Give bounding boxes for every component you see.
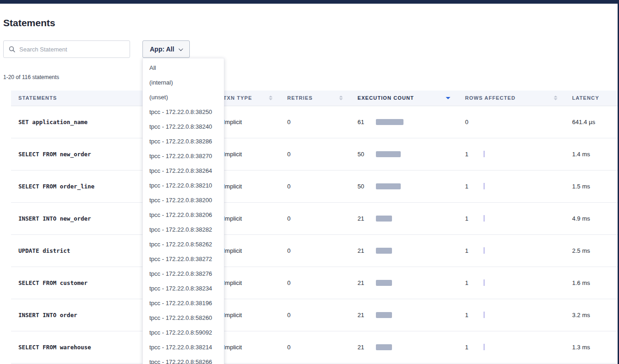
app-filter-button[interactable]: App: All: [142, 40, 190, 58]
sort-icon[interactable]: [339, 96, 343, 100]
sort-icon[interactable]: [554, 96, 557, 100]
execution-count-value: 21: [358, 312, 376, 318]
rows-affected-cell: 1: [458, 267, 565, 299]
top-navigation-bar: [0, 0, 619, 4]
execution-count-cell: 21: [350, 267, 458, 299]
statement-link[interactable]: SELECT FROM order_line: [18, 183, 95, 190]
rows-affected-bar: [483, 215, 485, 222]
txn-type-cell: Implicit: [216, 106, 280, 138]
retries-cell: 0: [280, 170, 350, 202]
app-filter-option[interactable]: tpcc - 172.22.0.8:38200: [143, 193, 224, 208]
app-filter-option[interactable]: tpcc - 172.22.0.8:38206: [143, 208, 224, 222]
app-filter-dropdown: All(internal)(unset)tpcc - 172.22.0.8:38…: [142, 58, 224, 364]
sort-desc-icon[interactable]: [446, 97, 450, 99]
rows-affected-value: 1: [465, 247, 483, 254]
txn-type-cell: Implicit: [216, 267, 280, 299]
execution-count-bar: [376, 119, 403, 125]
column-header-latency[interactable]: LATENCY: [565, 91, 619, 106]
search-statement-input[interactable]: [19, 46, 125, 53]
execution-count-cell: 21: [350, 202, 458, 234]
latency-cell: 641.4 µs: [565, 106, 619, 138]
table-row: INSERT INTO new_order Implicit 0 21 1 4.…: [11, 202, 619, 234]
txn-type-cell: Implicit: [216, 202, 280, 234]
app-filter-option[interactable]: tpcc - 172.22.0.8:38210: [143, 178, 224, 193]
column-header-execution-count[interactable]: EXECUTION COUNT: [350, 91, 458, 106]
results-summary: 1-20 of 116 statements: [3, 74, 59, 80]
statement-link[interactable]: SET application_name: [18, 119, 88, 125]
retries-cell: 0: [280, 138, 350, 170]
statement-link[interactable]: SELECT FROM new_order: [18, 151, 91, 158]
execution-count-bar: [376, 344, 392, 350]
execution-count-cell: 21: [350, 234, 458, 267]
column-label: RETRIES: [287, 95, 312, 101]
latency-cell: 1.3 ms: [565, 331, 619, 363]
app-filter-option[interactable]: All: [143, 61, 224, 75]
table-row: SELECT FROM warehouse Implicit 0 21 1 1.…: [11, 331, 619, 363]
rows-affected-value: 1: [465, 279, 483, 286]
execution-count-cell: 21: [350, 331, 458, 363]
search-icon: [9, 46, 15, 52]
table-row: SELECT FROM order_line Implicit 0 50 1 1…: [11, 170, 619, 202]
column-header-txn-type[interactable]: TXN TYPE: [216, 91, 280, 106]
statements-table-head-row: STATEMENTSTXN TYPERETRIESEXECUTION COUNT…: [11, 91, 619, 106]
column-label: STATEMENTS: [18, 95, 57, 101]
execution-count-value: 21: [358, 247, 376, 254]
search-statement-box[interactable]: [3, 40, 130, 58]
rows-affected-value: 1: [465, 344, 483, 351]
execution-count-cell: 50: [350, 138, 458, 170]
column-label: ROWS AFFECTED: [465, 95, 516, 101]
app-filter-option[interactable]: tpcc - 172.22.0.8:38276: [143, 267, 224, 281]
app-filter-option[interactable]: tpcc - 172.22.0.8:58260: [143, 311, 224, 325]
statement-link[interactable]: UPDATE district: [18, 247, 70, 254]
app-filter-option[interactable]: tpcc - 172.22.0.8:38272: [143, 252, 224, 267]
txn-type-cell: Implicit: [216, 234, 280, 267]
latency-cell: 1.5 ms: [565, 170, 619, 202]
rows-affected-value: 1: [465, 151, 483, 158]
app-filter-option[interactable]: tpcc - 172.22.0.8:38282: [143, 222, 224, 237]
column-label: LATENCY: [572, 95, 599, 101]
txn-type-cell: Implicit: [216, 331, 280, 363]
app-filter-option[interactable]: tpcc - 172.22.0.8:38214: [143, 340, 224, 355]
chevron-down-icon: [179, 46, 183, 51]
app-filter-option[interactable]: tpcc - 172.22.0.8:38196: [143, 296, 224, 311]
app-filter-option[interactable]: tpcc - 172.22.0.8:38264: [143, 164, 224, 178]
execution-count-bar: [376, 312, 392, 318]
app-filter-option[interactable]: (unset): [143, 90, 224, 105]
app-filter-option[interactable]: tpcc - 172.22.0.8:38250: [143, 105, 224, 119]
execution-count-value: 61: [358, 119, 376, 125]
statement-link[interactable]: SELECT FROM customer: [18, 279, 88, 286]
column-header-rows-affected[interactable]: ROWS AFFECTED: [458, 91, 565, 106]
rows-affected-bar: [483, 344, 485, 350]
txn-type-cell: Implicit: [216, 299, 280, 331]
table-row: UPDATE district Implicit 0 21 1 2.5 ms: [11, 234, 619, 267]
sort-icon[interactable]: [269, 96, 273, 100]
rows-affected-value: 0: [465, 119, 483, 125]
table-row: SET application_name Implicit 0 61 0 641…: [11, 106, 619, 138]
latency-cell: 4.9 ms: [565, 202, 619, 234]
execution-count-value: 21: [358, 344, 376, 351]
execution-count-bar: [376, 151, 401, 157]
retries-cell: 0: [280, 234, 350, 267]
table-row: INSERT INTO order Implicit 0 21 1 3.2 ms: [11, 299, 619, 331]
rows-affected-cell: 1: [458, 138, 565, 170]
statement-link[interactable]: INSERT INTO new_order: [18, 215, 91, 222]
app-filter-option[interactable]: tpcc - 172.22.0.8:38240: [143, 119, 224, 134]
app-filter-option[interactable]: (internal): [143, 75, 224, 90]
column-header-retries[interactable]: RETRIES: [280, 91, 350, 106]
rows-affected-value: 1: [465, 183, 483, 190]
app-filter-option[interactable]: tpcc - 172.22.0.8:58266: [143, 355, 224, 364]
latency-cell: 3.2 ms: [565, 299, 619, 331]
app-filter-option[interactable]: tpcc - 172.22.0.8:38286: [143, 134, 224, 149]
execution-count-bar: [376, 183, 401, 189]
statement-link[interactable]: INSERT INTO order: [18, 312, 77, 318]
app-filter-option[interactable]: tpcc - 172.22.0.8:58262: [143, 237, 224, 252]
statement-link[interactable]: SELECT FROM warehouse: [18, 344, 91, 351]
rows-affected-cell: 1: [458, 170, 565, 202]
execution-count-value: 21: [358, 279, 376, 286]
rows-affected-cell: 0: [458, 106, 565, 138]
app-filter-option[interactable]: tpcc - 172.22.0.8:59092: [143, 325, 224, 340]
app-filter-option[interactable]: tpcc - 172.22.0.8:38270: [143, 149, 224, 164]
rows-affected-cell: 1: [458, 331, 565, 363]
app-filter-option[interactable]: tpcc - 172.22.0.8:38234: [143, 281, 224, 296]
execution-count-value: 21: [358, 215, 376, 222]
